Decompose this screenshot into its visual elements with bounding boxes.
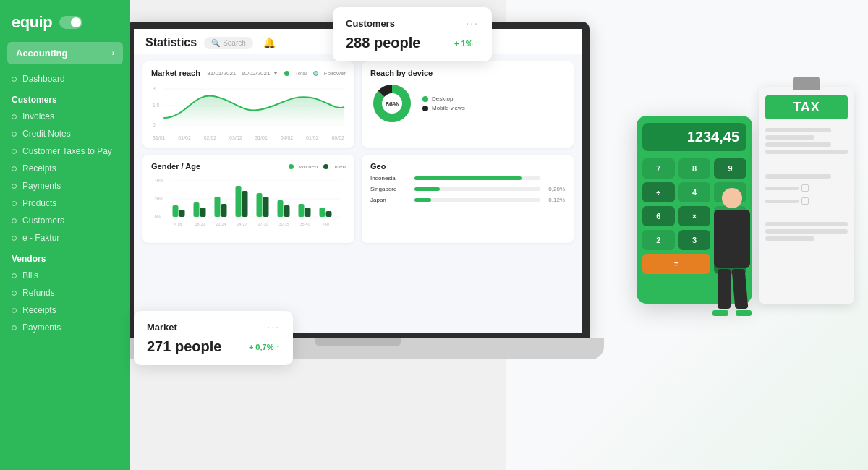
- laptop-frame: Statistics 🔍 Search 🔔 Market reach 31/01…: [112, 22, 604, 427]
- svg-rect-26: [284, 205, 290, 217]
- market-card-menu[interactable]: ···: [267, 321, 280, 333]
- market-reach-title: Market reach: [151, 69, 200, 77]
- follower-legend-label: Follower: [324, 70, 346, 77]
- geo-row-singapore: Singapore 0,20%: [370, 186, 565, 192]
- sidebar-item-payments-c[interactable]: Payments: [0, 177, 130, 195]
- svg-text:0: 0: [153, 122, 156, 127]
- sidebar-item-efaktur[interactable]: e - Faktur: [0, 229, 130, 247]
- sidebar-menu: Dashboard Customers Invoices Credit Note…: [0, 67, 130, 470]
- sidebar-item-label: Products: [22, 198, 56, 208]
- sidebar-item-receipts-c[interactable]: Receipts: [0, 160, 130, 177]
- sidebar-item-products[interactable]: Products: [0, 195, 130, 212]
- geo-row-japan: Japan 0,12%: [370, 197, 565, 203]
- geo-country: Indonesia: [370, 175, 410, 181]
- svg-rect-20: [221, 204, 227, 217]
- market-float-card: Market ··· 271 people + 0,7% ↑: [134, 311, 293, 365]
- sidebar-item-label: Receipts: [22, 163, 56, 174]
- geo-row-indonesia: Indonesia: [370, 175, 565, 181]
- svg-rect-27: [299, 204, 305, 217]
- sidebar-logo: equip: [0, 0, 130, 39]
- sidebar-item-refunds[interactable]: Refunds: [0, 284, 130, 302]
- sidebar: equip Accounting › Dashboard Customers I…: [0, 0, 130, 470]
- svg-rect-23: [257, 193, 263, 217]
- total-legend-dot: [284, 71, 289, 76]
- sidebar-item-customers[interactable]: Customers: [0, 212, 130, 229]
- device-legend: Desktop Mobile views: [422, 95, 465, 111]
- sidebar-item-label: e - Faktur: [22, 233, 59, 243]
- geo-pct: 0,20%: [545, 186, 565, 192]
- geo-country: Japan: [370, 197, 410, 203]
- toggle-knob: [71, 17, 81, 27]
- dot-icon: [12, 308, 17, 313]
- sidebar-item-label: Bills: [22, 270, 38, 281]
- sidebar-toggle[interactable]: [59, 16, 82, 29]
- market-card-title: Market: [147, 322, 177, 333]
- sidebar-item-label: Payments: [22, 322, 61, 333]
- geo-bar-wrap: [414, 176, 540, 180]
- sidebar-item-receipts-v[interactable]: Receipts: [0, 302, 130, 319]
- svg-text:0%: 0%: [155, 215, 161, 219]
- svg-text:86%: 86%: [386, 101, 399, 108]
- date-dropdown-icon[interactable]: ▾: [274, 70, 277, 77]
- svg-text:1,5: 1,5: [153, 103, 160, 108]
- men-label: men: [334, 163, 346, 170]
- screen-body: Market reach 31/01/2021 - 10/02/2021 ▾ T…: [134, 54, 582, 250]
- svg-text:< 18: < 18: [174, 222, 182, 226]
- logo-text: equip: [12, 13, 52, 32]
- sidebar-group-customers: Customers: [0, 87, 130, 108]
- dot-icon: [12, 291, 17, 296]
- dot-icon: [12, 149, 17, 154]
- geo-bar: [414, 198, 431, 202]
- dot-icon: [12, 132, 17, 137]
- dot-icon: [12, 218, 17, 223]
- svg-rect-29: [320, 208, 326, 217]
- svg-text:3: 3: [153, 86, 156, 91]
- sidebar-item-payments-v[interactable]: Payments: [0, 319, 130, 336]
- svg-text:35-40: 35-40: [300, 222, 310, 226]
- laptop-screen: Statistics 🔍 Search 🔔 Market reach 31/01…: [127, 22, 590, 340]
- mobile-dot: [422, 106, 428, 111]
- desktop-dot: [422, 96, 428, 102]
- svg-rect-24: [263, 197, 269, 217]
- dot-icon: [12, 77, 17, 82]
- svg-rect-18: [200, 208, 206, 217]
- total-legend-label: Total: [295, 70, 307, 77]
- geo-bar-wrap: [414, 198, 540, 202]
- svg-rect-30: [326, 211, 332, 217]
- sidebar-item-invoices[interactable]: Invoices: [0, 108, 130, 125]
- women-dot: [289, 164, 294, 169]
- svg-rect-21: [236, 186, 242, 217]
- sidebar-item-customer-taxes[interactable]: Customer Taxes to Pay: [0, 142, 130, 160]
- follower-legend-dot: [313, 71, 318, 76]
- sidebar-item-bills[interactable]: Bills: [0, 267, 130, 284]
- geo-title: Geo: [370, 162, 386, 171]
- sidebar-item-dashboard[interactable]: Dashboard: [0, 70, 130, 87]
- geo-rows: Indonesia Singapore 0,20%: [370, 175, 565, 203]
- market-card-value: 271 people: [147, 338, 221, 355]
- gender-age-card: Gender / Age women men 40% 20% 0%: [142, 155, 354, 243]
- accounting-section-btn[interactable]: Accounting ›: [7, 42, 123, 64]
- svg-rect-22: [242, 191, 248, 217]
- dot-icon: [12, 236, 17, 241]
- search-icon: 🔍: [211, 39, 220, 47]
- dot-icon: [12, 325, 17, 330]
- svg-rect-28: [305, 208, 311, 217]
- svg-text:30-35: 30-35: [279, 222, 289, 226]
- svg-text:40%: 40%: [155, 179, 164, 183]
- notification-bell-icon[interactable]: 🔔: [263, 37, 276, 48]
- dot-icon: [12, 166, 17, 171]
- geo-bar: [414, 176, 522, 180]
- customers-card-badge: + 1% ↑: [454, 39, 479, 48]
- chevron-icon: ›: [112, 49, 114, 57]
- market-reach-x-labels: 31/01 01/02 02/02 03/02 31/01 04/02 01/0…: [151, 135, 346, 140]
- svg-rect-25: [278, 200, 284, 217]
- sidebar-item-label: Refunds: [22, 288, 55, 298]
- gender-age-title: Gender / Age: [151, 162, 200, 171]
- accounting-label: Accounting: [16, 48, 68, 59]
- svg-text:24-27: 24-27: [237, 222, 247, 226]
- svg-text:27-30: 27-30: [258, 222, 268, 226]
- search-box[interactable]: 🔍 Search: [204, 37, 253, 49]
- sidebar-item-credit-notes[interactable]: Credit Notes: [0, 125, 130, 142]
- market-reach-card: Market reach 31/01/2021 - 10/02/2021 ▾ T…: [142, 61, 354, 148]
- customers-card-menu[interactable]: ···: [466, 17, 479, 29]
